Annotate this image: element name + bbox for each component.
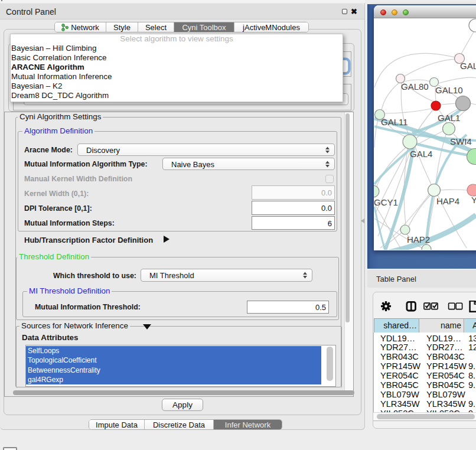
svg-text:YE: YE — [471, 195, 476, 205]
svg-text:GAL7: GAL7 — [460, 61, 476, 71]
svg-text:GAL11: GAL11 — [381, 117, 408, 127]
svg-text:HAP4: HAP4 — [436, 196, 459, 206]
svg-text:GAL10: GAL10 — [435, 85, 463, 95]
svg-text:GCY1: GCY1 — [374, 197, 398, 207]
svg-text:GAL4: GAL4 — [410, 149, 432, 159]
svg-text:HAP2: HAP2 — [407, 234, 430, 244]
svg-text:GAL1: GAL1 — [438, 113, 460, 123]
svg-text:SWI4: SWI4 — [450, 136, 472, 146]
svg-text:GAL80: GAL80 — [401, 81, 429, 92]
